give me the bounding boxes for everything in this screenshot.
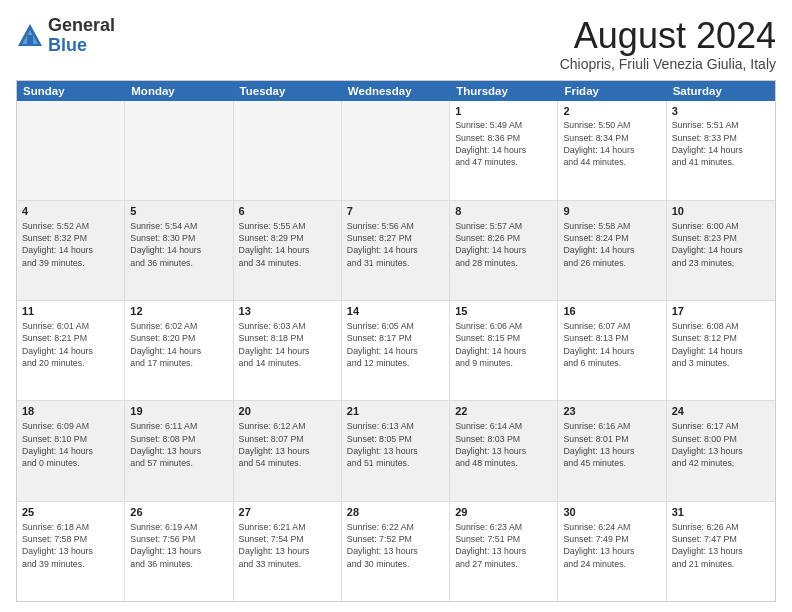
cell-info: Sunrise: 6:21 AMSunset: 7:54 PMDaylight:… (239, 521, 336, 570)
header-day-friday: Friday (558, 81, 666, 101)
cell-info: Sunrise: 6:06 AMSunset: 8:15 PMDaylight:… (455, 320, 552, 369)
cell-info: Sunrise: 6:18 AMSunset: 7:58 PMDaylight:… (22, 521, 119, 570)
day-number: 3 (672, 104, 770, 119)
cell-info: Sunrise: 5:57 AMSunset: 8:26 PMDaylight:… (455, 220, 552, 269)
calendar-row: 25Sunrise: 6:18 AMSunset: 7:58 PMDayligh… (17, 502, 775, 601)
day-number: 15 (455, 304, 552, 319)
cell-info: Sunrise: 6:02 AMSunset: 8:20 PMDaylight:… (130, 320, 227, 369)
day-number: 1 (455, 104, 552, 119)
cell-info: Sunrise: 6:14 AMSunset: 8:03 PMDaylight:… (455, 420, 552, 469)
title-block: August 2024 Chiopris, Friuli Venezia Giu… (560, 16, 776, 72)
day-number: 27 (239, 505, 336, 520)
calendar-cell: 13Sunrise: 6:03 AMSunset: 8:18 PMDayligh… (234, 301, 342, 400)
calendar-cell: 18Sunrise: 6:09 AMSunset: 8:10 PMDayligh… (17, 401, 125, 500)
calendar-cell (234, 101, 342, 200)
calendar-cell: 21Sunrise: 6:13 AMSunset: 8:05 PMDayligh… (342, 401, 450, 500)
calendar-body: 1Sunrise: 5:49 AMSunset: 8:36 PMDaylight… (17, 101, 775, 601)
calendar-cell: 28Sunrise: 6:22 AMSunset: 7:52 PMDayligh… (342, 502, 450, 601)
day-number: 25 (22, 505, 119, 520)
calendar-cell: 16Sunrise: 6:07 AMSunset: 8:13 PMDayligh… (558, 301, 666, 400)
cell-info: Sunrise: 6:13 AMSunset: 8:05 PMDaylight:… (347, 420, 444, 469)
cell-info: Sunrise: 6:17 AMSunset: 8:00 PMDaylight:… (672, 420, 770, 469)
day-number: 8 (455, 204, 552, 219)
calendar-cell: 15Sunrise: 6:06 AMSunset: 8:15 PMDayligh… (450, 301, 558, 400)
cell-info: Sunrise: 6:26 AMSunset: 7:47 PMDaylight:… (672, 521, 770, 570)
cell-info: Sunrise: 6:23 AMSunset: 7:51 PMDaylight:… (455, 521, 552, 570)
cell-info: Sunrise: 5:55 AMSunset: 8:29 PMDaylight:… (239, 220, 336, 269)
calendar-cell: 31Sunrise: 6:26 AMSunset: 7:47 PMDayligh… (667, 502, 775, 601)
header: General Blue August 2024 Chiopris, Friul… (16, 16, 776, 72)
calendar-cell: 5Sunrise: 5:54 AMSunset: 8:30 PMDaylight… (125, 201, 233, 300)
calendar-row: 4Sunrise: 5:52 AMSunset: 8:32 PMDaylight… (17, 201, 775, 301)
calendar-cell: 10Sunrise: 6:00 AMSunset: 8:23 PMDayligh… (667, 201, 775, 300)
calendar-cell: 29Sunrise: 6:23 AMSunset: 7:51 PMDayligh… (450, 502, 558, 601)
calendar-cell: 1Sunrise: 5:49 AMSunset: 8:36 PMDaylight… (450, 101, 558, 200)
cell-info: Sunrise: 5:49 AMSunset: 8:36 PMDaylight:… (455, 119, 552, 168)
calendar-cell: 23Sunrise: 6:16 AMSunset: 8:01 PMDayligh… (558, 401, 666, 500)
calendar-row: 1Sunrise: 5:49 AMSunset: 8:36 PMDaylight… (17, 101, 775, 201)
header-day-monday: Monday (125, 81, 233, 101)
cell-info: Sunrise: 6:03 AMSunset: 8:18 PMDaylight:… (239, 320, 336, 369)
cell-info: Sunrise: 6:19 AMSunset: 7:56 PMDaylight:… (130, 521, 227, 570)
calendar-cell: 30Sunrise: 6:24 AMSunset: 7:49 PMDayligh… (558, 502, 666, 601)
calendar-cell: 26Sunrise: 6:19 AMSunset: 7:56 PMDayligh… (125, 502, 233, 601)
svg-rect-2 (27, 35, 33, 44)
header-day-wednesday: Wednesday (342, 81, 450, 101)
cell-info: Sunrise: 5:50 AMSunset: 8:34 PMDaylight:… (563, 119, 660, 168)
day-number: 11 (22, 304, 119, 319)
day-number: 31 (672, 505, 770, 520)
day-number: 4 (22, 204, 119, 219)
calendar-cell: 27Sunrise: 6:21 AMSunset: 7:54 PMDayligh… (234, 502, 342, 601)
day-number: 24 (672, 404, 770, 419)
calendar-cell: 17Sunrise: 6:08 AMSunset: 8:12 PMDayligh… (667, 301, 775, 400)
calendar-cell: 12Sunrise: 6:02 AMSunset: 8:20 PMDayligh… (125, 301, 233, 400)
cell-info: Sunrise: 6:12 AMSunset: 8:07 PMDaylight:… (239, 420, 336, 469)
calendar-cell (342, 101, 450, 200)
cell-info: Sunrise: 5:51 AMSunset: 8:33 PMDaylight:… (672, 119, 770, 168)
calendar-cell (17, 101, 125, 200)
header-day-sunday: Sunday (17, 81, 125, 101)
calendar-cell: 8Sunrise: 5:57 AMSunset: 8:26 PMDaylight… (450, 201, 558, 300)
day-number: 14 (347, 304, 444, 319)
cell-info: Sunrise: 5:52 AMSunset: 8:32 PMDaylight:… (22, 220, 119, 269)
cell-info: Sunrise: 6:22 AMSunset: 7:52 PMDaylight:… (347, 521, 444, 570)
day-number: 6 (239, 204, 336, 219)
calendar-cell: 11Sunrise: 6:01 AMSunset: 8:21 PMDayligh… (17, 301, 125, 400)
cell-info: Sunrise: 6:08 AMSunset: 8:12 PMDaylight:… (672, 320, 770, 369)
day-number: 5 (130, 204, 227, 219)
day-number: 20 (239, 404, 336, 419)
cell-info: Sunrise: 5:56 AMSunset: 8:27 PMDaylight:… (347, 220, 444, 269)
logo-blue-text: Blue (48, 35, 87, 55)
calendar-cell: 4Sunrise: 5:52 AMSunset: 8:32 PMDaylight… (17, 201, 125, 300)
calendar-cell: 9Sunrise: 5:58 AMSunset: 8:24 PMDaylight… (558, 201, 666, 300)
page: General Blue August 2024 Chiopris, Friul… (0, 0, 792, 612)
cell-info: Sunrise: 5:58 AMSunset: 8:24 PMDaylight:… (563, 220, 660, 269)
header-day-thursday: Thursday (450, 81, 558, 101)
logo-icon (16, 22, 44, 50)
cell-info: Sunrise: 6:07 AMSunset: 8:13 PMDaylight:… (563, 320, 660, 369)
calendar-cell (125, 101, 233, 200)
day-number: 7 (347, 204, 444, 219)
calendar-cell: 22Sunrise: 6:14 AMSunset: 8:03 PMDayligh… (450, 401, 558, 500)
day-number: 17 (672, 304, 770, 319)
day-number: 12 (130, 304, 227, 319)
calendar-row: 11Sunrise: 6:01 AMSunset: 8:21 PMDayligh… (17, 301, 775, 401)
cell-info: Sunrise: 6:16 AMSunset: 8:01 PMDaylight:… (563, 420, 660, 469)
cell-info: Sunrise: 6:24 AMSunset: 7:49 PMDaylight:… (563, 521, 660, 570)
calendar-cell: 19Sunrise: 6:11 AMSunset: 8:08 PMDayligh… (125, 401, 233, 500)
day-number: 10 (672, 204, 770, 219)
day-number: 26 (130, 505, 227, 520)
cell-info: Sunrise: 6:01 AMSunset: 8:21 PMDaylight:… (22, 320, 119, 369)
day-number: 16 (563, 304, 660, 319)
calendar-cell: 3Sunrise: 5:51 AMSunset: 8:33 PMDaylight… (667, 101, 775, 200)
cell-info: Sunrise: 6:00 AMSunset: 8:23 PMDaylight:… (672, 220, 770, 269)
day-number: 30 (563, 505, 660, 520)
calendar-cell: 7Sunrise: 5:56 AMSunset: 8:27 PMDaylight… (342, 201, 450, 300)
day-number: 29 (455, 505, 552, 520)
day-number: 21 (347, 404, 444, 419)
calendar-cell: 20Sunrise: 6:12 AMSunset: 8:07 PMDayligh… (234, 401, 342, 500)
calendar-cell: 25Sunrise: 6:18 AMSunset: 7:58 PMDayligh… (17, 502, 125, 601)
calendar-cell: 24Sunrise: 6:17 AMSunset: 8:00 PMDayligh… (667, 401, 775, 500)
header-day-tuesday: Tuesday (234, 81, 342, 101)
calendar: SundayMondayTuesdayWednesdayThursdayFrid… (16, 80, 776, 602)
